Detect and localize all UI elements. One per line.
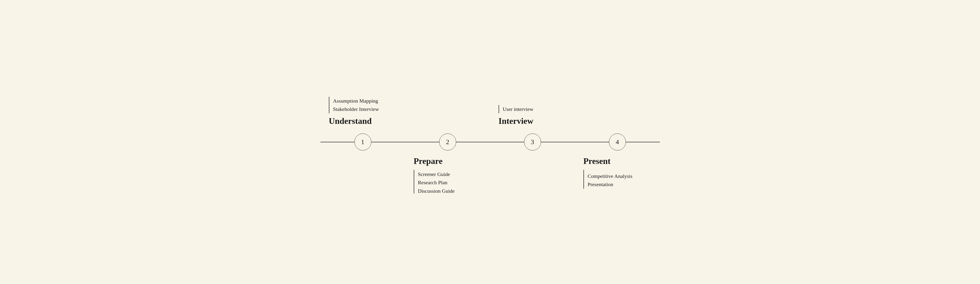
step-4-deliverables-bar: Competitive Analysis Presentation — [584, 170, 633, 191]
step-2-node: 2 — [439, 134, 456, 150]
timeline-wrapper: Assumption Mapping Stakeholder Interview… — [320, 71, 660, 213]
step-1-deliverables-text: Assumption Mapping Stakeholder Interview — [333, 97, 379, 113]
step-1-deliverable-1: Assumption Mapping — [333, 97, 379, 105]
step-4-phase-name: Present — [584, 156, 611, 166]
step-1-phase-name: Understand — [329, 116, 372, 126]
step-4-deliverables-text: Competitive Analysis Presentation — [588, 170, 633, 191]
step-1-above-deliverables: Assumption Mapping Stakeholder Interview — [329, 97, 379, 113]
step-2-phase-name: Prepare — [414, 156, 443, 166]
step-2-deliverables-bar: Screener Guide Research Plan Discussion … — [414, 170, 455, 195]
step-4: 4 Present Competitive Analysis Presentat… — [575, 71, 660, 213]
step-3-bar-row: User interview — [499, 105, 533, 113]
step-1-bar-row: Assumption Mapping Stakeholder Interview — [329, 97, 379, 113]
step-4-deliverable-1: Competitive Analysis — [588, 172, 633, 180]
step-1: Assumption Mapping Stakeholder Interview… — [320, 71, 405, 213]
step-2-deliverable-3: Discussion Guide — [418, 187, 455, 195]
step-1-node: 1 — [354, 134, 371, 150]
step-2-deliverable-2: Research Plan — [418, 178, 455, 187]
step-4-node: 4 — [609, 134, 626, 150]
timeline-content: Assumption Mapping Stakeholder Interview… — [320, 71, 660, 213]
step-1-vertical-bar — [329, 97, 329, 113]
step-3-above: User interview Interview — [490, 71, 575, 142]
step-3-deliverables-text: User interview — [503, 105, 533, 113]
step-2-vertical-bar — [414, 170, 414, 193]
step-2-deliverables-text: Screener Guide Research Plan Discussion … — [418, 170, 455, 195]
diagram-container: Assumption Mapping Stakeholder Interview… — [306, 62, 674, 222]
step-2-deliverable-1: Screener Guide — [418, 170, 455, 178]
step-3-vertical-bar — [499, 105, 499, 113]
step-3: User interview Interview 3 — [490, 71, 575, 213]
step-1-deliverable-2: Stakeholder Interview — [333, 105, 379, 113]
step-2: 2 Prepare Screener Guide Research Plan D… — [405, 71, 490, 213]
step-3-phase-name: Interview — [499, 116, 533, 126]
step-1-above: Assumption Mapping Stakeholder Interview… — [320, 71, 405, 142]
step-4-vertical-bar — [584, 170, 584, 189]
step-3-deliverable-1: User interview — [503, 105, 533, 113]
step-4-deliverable-2: Presentation — [588, 180, 633, 188]
step-3-node: 3 — [524, 134, 541, 150]
step-3-above-deliverables: User interview — [499, 105, 533, 113]
